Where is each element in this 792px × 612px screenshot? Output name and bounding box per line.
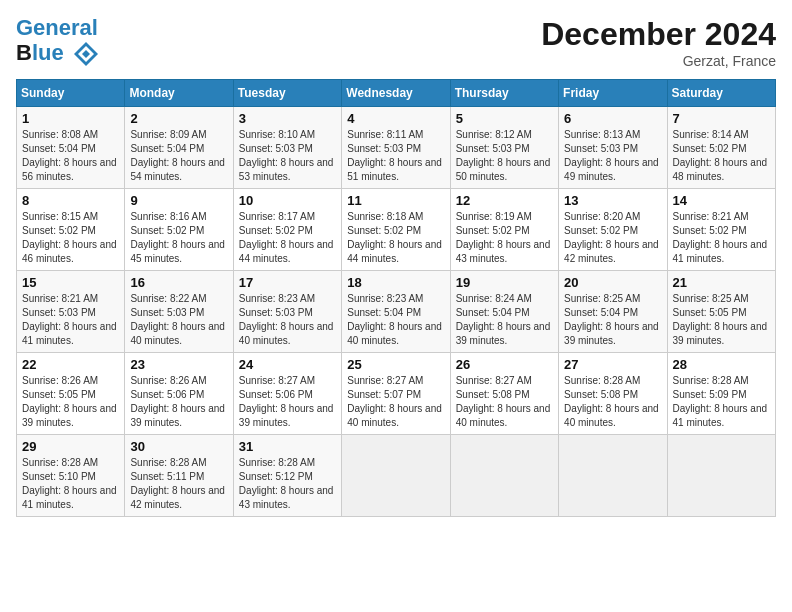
day-info: Sunrise: 8:11 AMSunset: 5:03 PMDaylight:… [347,128,444,184]
day-number: 5 [456,111,553,126]
day-number: 7 [673,111,770,126]
calendar-cell: 24Sunrise: 8:27 AMSunset: 5:06 PMDayligh… [233,353,341,435]
day-number: 23 [130,357,227,372]
day-number: 22 [22,357,119,372]
day-info: Sunrise: 8:20 AMSunset: 5:02 PMDaylight:… [564,210,661,266]
calendar-cell: 18Sunrise: 8:23 AMSunset: 5:04 PMDayligh… [342,271,450,353]
calendar-table: SundayMondayTuesdayWednesdayThursdayFrid… [16,79,776,517]
calendar-subtitle: Gerzat, France [541,53,776,69]
day-number: 21 [673,275,770,290]
day-info: Sunrise: 8:26 AMSunset: 5:05 PMDaylight:… [22,374,119,430]
day-number: 2 [130,111,227,126]
calendar-cell: 29Sunrise: 8:28 AMSunset: 5:10 PMDayligh… [17,435,125,517]
day-info: Sunrise: 8:10 AMSunset: 5:03 PMDaylight:… [239,128,336,184]
weekday-header-thursday: Thursday [450,80,558,107]
header: General Blue December 2024 Gerzat, Franc… [16,16,776,69]
day-number: 18 [347,275,444,290]
calendar-cell: 1Sunrise: 8:08 AMSunset: 5:04 PMDaylight… [17,107,125,189]
calendar-cell: 25Sunrise: 8:27 AMSunset: 5:07 PMDayligh… [342,353,450,435]
day-number: 1 [22,111,119,126]
calendar-cell: 28Sunrise: 8:28 AMSunset: 5:09 PMDayligh… [667,353,775,435]
day-number: 24 [239,357,336,372]
calendar-cell: 23Sunrise: 8:26 AMSunset: 5:06 PMDayligh… [125,353,233,435]
day-number: 25 [347,357,444,372]
calendar-cell: 6Sunrise: 8:13 AMSunset: 5:03 PMDaylight… [559,107,667,189]
day-info: Sunrise: 8:15 AMSunset: 5:02 PMDaylight:… [22,210,119,266]
day-number: 28 [673,357,770,372]
day-number: 3 [239,111,336,126]
calendar-cell: 13Sunrise: 8:20 AMSunset: 5:02 PMDayligh… [559,189,667,271]
calendar-cell [450,435,558,517]
day-info: Sunrise: 8:23 AMSunset: 5:04 PMDaylight:… [347,292,444,348]
calendar-cell: 5Sunrise: 8:12 AMSunset: 5:03 PMDaylight… [450,107,558,189]
calendar-cell: 27Sunrise: 8:28 AMSunset: 5:08 PMDayligh… [559,353,667,435]
calendar-cell: 12Sunrise: 8:19 AMSunset: 5:02 PMDayligh… [450,189,558,271]
day-info: Sunrise: 8:16 AMSunset: 5:02 PMDaylight:… [130,210,227,266]
calendar-cell: 30Sunrise: 8:28 AMSunset: 5:11 PMDayligh… [125,435,233,517]
weekday-header-wednesday: Wednesday [342,80,450,107]
day-info: Sunrise: 8:18 AMSunset: 5:02 PMDaylight:… [347,210,444,266]
calendar-cell [342,435,450,517]
day-number: 8 [22,193,119,208]
weekday-header-tuesday: Tuesday [233,80,341,107]
logo: General Blue [16,16,100,68]
weekday-header-sunday: Sunday [17,80,125,107]
day-info: Sunrise: 8:27 AMSunset: 5:07 PMDaylight:… [347,374,444,430]
day-info: Sunrise: 8:21 AMSunset: 5:03 PMDaylight:… [22,292,119,348]
calendar-cell [559,435,667,517]
day-info: Sunrise: 8:13 AMSunset: 5:03 PMDaylight:… [564,128,661,184]
day-info: Sunrise: 8:21 AMSunset: 5:02 PMDaylight:… [673,210,770,266]
day-number: 26 [456,357,553,372]
calendar-cell: 14Sunrise: 8:21 AMSunset: 5:02 PMDayligh… [667,189,775,271]
day-number: 20 [564,275,661,290]
calendar-cell: 7Sunrise: 8:14 AMSunset: 5:02 PMDaylight… [667,107,775,189]
day-number: 31 [239,439,336,454]
calendar-cell: 16Sunrise: 8:22 AMSunset: 5:03 PMDayligh… [125,271,233,353]
day-info: Sunrise: 8:25 AMSunset: 5:05 PMDaylight:… [673,292,770,348]
calendar-cell: 22Sunrise: 8:26 AMSunset: 5:05 PMDayligh… [17,353,125,435]
day-info: Sunrise: 8:23 AMSunset: 5:03 PMDaylight:… [239,292,336,348]
day-number: 30 [130,439,227,454]
day-info: Sunrise: 8:08 AMSunset: 5:04 PMDaylight:… [22,128,119,184]
day-info: Sunrise: 8:25 AMSunset: 5:04 PMDaylight:… [564,292,661,348]
day-number: 27 [564,357,661,372]
logo-text2: Blue [16,40,100,68]
day-info: Sunrise: 8:19 AMSunset: 5:02 PMDaylight:… [456,210,553,266]
title-area: December 2024 Gerzat, France [541,16,776,69]
weekday-header-monday: Monday [125,80,233,107]
day-number: 15 [22,275,119,290]
day-number: 12 [456,193,553,208]
calendar-cell: 15Sunrise: 8:21 AMSunset: 5:03 PMDayligh… [17,271,125,353]
calendar-cell: 31Sunrise: 8:28 AMSunset: 5:12 PMDayligh… [233,435,341,517]
day-number: 6 [564,111,661,126]
day-number: 17 [239,275,336,290]
day-info: Sunrise: 8:24 AMSunset: 5:04 PMDaylight:… [456,292,553,348]
day-number: 13 [564,193,661,208]
day-info: Sunrise: 8:27 AMSunset: 5:06 PMDaylight:… [239,374,336,430]
day-info: Sunrise: 8:28 AMSunset: 5:10 PMDaylight:… [22,456,119,512]
calendar-cell: 21Sunrise: 8:25 AMSunset: 5:05 PMDayligh… [667,271,775,353]
day-info: Sunrise: 8:09 AMSunset: 5:04 PMDaylight:… [130,128,227,184]
day-info: Sunrise: 8:27 AMSunset: 5:08 PMDaylight:… [456,374,553,430]
calendar-title: December 2024 [541,16,776,53]
day-number: 4 [347,111,444,126]
day-number: 9 [130,193,227,208]
day-number: 19 [456,275,553,290]
day-info: Sunrise: 8:14 AMSunset: 5:02 PMDaylight:… [673,128,770,184]
calendar-cell: 11Sunrise: 8:18 AMSunset: 5:02 PMDayligh… [342,189,450,271]
day-info: Sunrise: 8:28 AMSunset: 5:12 PMDaylight:… [239,456,336,512]
calendar-cell: 19Sunrise: 8:24 AMSunset: 5:04 PMDayligh… [450,271,558,353]
day-info: Sunrise: 8:17 AMSunset: 5:02 PMDaylight:… [239,210,336,266]
day-info: Sunrise: 8:28 AMSunset: 5:08 PMDaylight:… [564,374,661,430]
day-info: Sunrise: 8:12 AMSunset: 5:03 PMDaylight:… [456,128,553,184]
day-number: 14 [673,193,770,208]
day-number: 16 [130,275,227,290]
weekday-header-friday: Friday [559,80,667,107]
logo-text: General [16,16,100,40]
calendar-cell: 10Sunrise: 8:17 AMSunset: 5:02 PMDayligh… [233,189,341,271]
calendar-cell: 8Sunrise: 8:15 AMSunset: 5:02 PMDaylight… [17,189,125,271]
weekday-header-saturday: Saturday [667,80,775,107]
day-number: 11 [347,193,444,208]
calendar-cell: 26Sunrise: 8:27 AMSunset: 5:08 PMDayligh… [450,353,558,435]
calendar-cell: 4Sunrise: 8:11 AMSunset: 5:03 PMDaylight… [342,107,450,189]
